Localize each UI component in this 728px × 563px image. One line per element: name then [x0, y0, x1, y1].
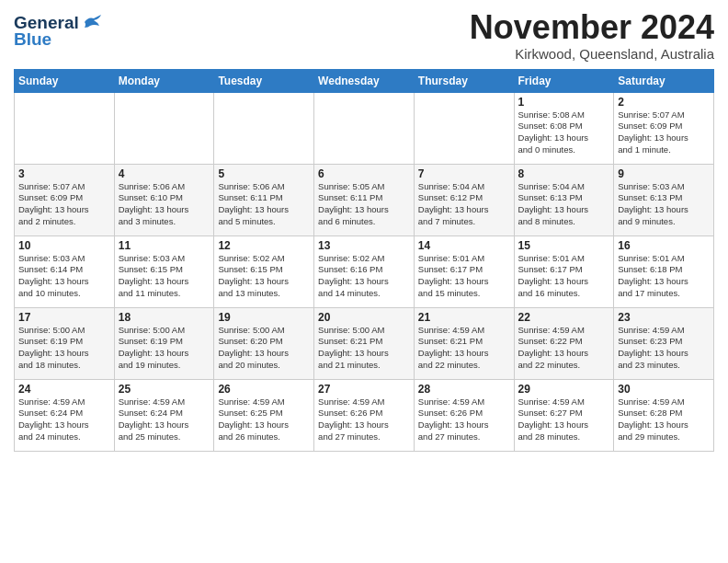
day-info: Sunrise: 4:59 AM Sunset: 6:21 PM Dayligh…	[418, 325, 510, 372]
calendar-week-5: 24Sunrise: 4:59 AM Sunset: 6:24 PM Dayli…	[15, 379, 714, 451]
weekday-header-wednesday: Wednesday	[314, 69, 415, 92]
day-number: 9	[618, 167, 710, 180]
calendar-cell: 12Sunrise: 5:02 AM Sunset: 6:15 PM Dayli…	[214, 236, 314, 307]
day-info: Sunrise: 5:06 AM Sunset: 6:11 PM Dayligh…	[218, 181, 310, 228]
day-number: 19	[218, 311, 310, 324]
weekday-header-sunday: Sunday	[15, 69, 115, 92]
calendar-cell: 13Sunrise: 5:02 AM Sunset: 6:16 PM Dayli…	[314, 236, 415, 307]
calendar-cell: 10Sunrise: 5:03 AM Sunset: 6:14 PM Dayli…	[15, 236, 115, 307]
day-info: Sunrise: 5:00 AM Sunset: 6:21 PM Dayligh…	[318, 325, 410, 372]
day-number: 18	[119, 311, 210, 324]
calendar-week-4: 17Sunrise: 5:00 AM Sunset: 6:19 PM Dayli…	[15, 307, 714, 379]
calendar-week-2: 3Sunrise: 5:07 AM Sunset: 6:09 PM Daylig…	[15, 164, 714, 236]
calendar-cell: 9Sunrise: 5:03 AM Sunset: 6:13 PM Daylig…	[614, 164, 714, 236]
day-info: Sunrise: 5:07 AM Sunset: 6:09 PM Dayligh…	[18, 181, 110, 228]
weekday-header-friday: Friday	[514, 69, 614, 92]
calendar-cell	[414, 92, 514, 164]
location: Kirkwood, Queensland, Australia	[470, 46, 714, 62]
calendar-cell: 2Sunrise: 5:07 AM Sunset: 6:09 PM Daylig…	[614, 92, 714, 164]
month-title: November 2024	[470, 9, 714, 46]
weekday-header-row: SundayMondayTuesdayWednesdayThursdayFrid…	[15, 69, 714, 92]
day-number: 4	[119, 167, 210, 180]
calendar-cell: 18Sunrise: 5:00 AM Sunset: 6:19 PM Dayli…	[114, 307, 214, 379]
calendar-cell: 6Sunrise: 5:05 AM Sunset: 6:11 PM Daylig…	[314, 164, 415, 236]
day-info: Sunrise: 4:59 AM Sunset: 6:25 PM Dayligh…	[218, 396, 310, 443]
day-info: Sunrise: 5:04 AM Sunset: 6:12 PM Dayligh…	[418, 181, 510, 228]
day-info: Sunrise: 4:59 AM Sunset: 6:26 PM Dayligh…	[418, 396, 510, 443]
calendar-cell: 23Sunrise: 4:59 AM Sunset: 6:23 PM Dayli…	[614, 307, 714, 379]
calendar-week-1: 1Sunrise: 5:08 AM Sunset: 6:08 PM Daylig…	[15, 92, 714, 164]
day-info: Sunrise: 5:06 AM Sunset: 6:10 PM Dayligh…	[119, 181, 210, 228]
day-number: 8	[518, 167, 610, 180]
calendar-cell: 4Sunrise: 5:06 AM Sunset: 6:10 PM Daylig…	[114, 164, 214, 236]
day-number: 17	[18, 311, 110, 324]
calendar-cell: 15Sunrise: 5:01 AM Sunset: 6:17 PM Dayli…	[514, 236, 614, 307]
header: General Blue November 2024 Kirkwood, Que…	[14, 9, 714, 62]
day-info: Sunrise: 4:59 AM Sunset: 6:22 PM Dayligh…	[518, 325, 610, 372]
weekday-header-saturday: Saturday	[614, 69, 714, 92]
day-number: 5	[218, 167, 310, 180]
calendar-cell	[15, 92, 115, 164]
day-number: 30	[618, 383, 710, 396]
day-info: Sunrise: 5:04 AM Sunset: 6:13 PM Dayligh…	[518, 181, 610, 228]
calendar-cell: 28Sunrise: 4:59 AM Sunset: 6:26 PM Dayli…	[414, 379, 514, 451]
day-number: 1	[518, 96, 610, 109]
day-info: Sunrise: 4:59 AM Sunset: 6:24 PM Dayligh…	[18, 396, 110, 443]
weekday-header-monday: Monday	[114, 69, 214, 92]
day-info: Sunrise: 4:59 AM Sunset: 6:24 PM Dayligh…	[119, 396, 210, 443]
day-info: Sunrise: 5:00 AM Sunset: 6:19 PM Dayligh…	[119, 325, 210, 372]
day-info: Sunrise: 5:08 AM Sunset: 6:08 PM Dayligh…	[518, 109, 610, 156]
day-number: 26	[218, 383, 310, 396]
calendar-cell: 8Sunrise: 5:04 AM Sunset: 6:13 PM Daylig…	[514, 164, 614, 236]
calendar-cell: 22Sunrise: 4:59 AM Sunset: 6:22 PM Dayli…	[514, 307, 614, 379]
calendar-cell: 5Sunrise: 5:06 AM Sunset: 6:11 PM Daylig…	[214, 164, 314, 236]
logo-bird-icon	[81, 15, 101, 29]
day-number: 3	[18, 167, 110, 180]
day-number: 13	[318, 239, 410, 252]
weekday-header-tuesday: Tuesday	[214, 69, 314, 92]
day-number: 23	[618, 311, 710, 324]
day-info: Sunrise: 5:02 AM Sunset: 6:16 PM Dayligh…	[318, 253, 410, 300]
day-number: 21	[418, 311, 510, 324]
day-info: Sunrise: 5:07 AM Sunset: 6:09 PM Dayligh…	[618, 109, 710, 156]
page-container: General Blue November 2024 Kirkwood, Que…	[0, 0, 728, 456]
day-number: 15	[518, 239, 610, 252]
title-section: November 2024 Kirkwood, Queensland, Aust…	[470, 9, 714, 62]
calendar-cell	[114, 92, 214, 164]
logo: General Blue	[14, 13, 101, 50]
day-number: 24	[18, 383, 110, 396]
day-number: 6	[318, 167, 410, 180]
calendar-cell: 16Sunrise: 5:01 AM Sunset: 6:18 PM Dayli…	[614, 236, 714, 307]
day-info: Sunrise: 5:03 AM Sunset: 6:14 PM Dayligh…	[18, 253, 110, 300]
day-info: Sunrise: 5:03 AM Sunset: 6:15 PM Dayligh…	[119, 253, 210, 300]
day-info: Sunrise: 5:00 AM Sunset: 6:20 PM Dayligh…	[218, 325, 310, 372]
calendar-cell: 21Sunrise: 4:59 AM Sunset: 6:21 PM Dayli…	[414, 307, 514, 379]
calendar-cell	[314, 92, 415, 164]
day-number: 20	[318, 311, 410, 324]
calendar-cell: 24Sunrise: 4:59 AM Sunset: 6:24 PM Dayli…	[15, 379, 115, 451]
day-info: Sunrise: 5:01 AM Sunset: 6:17 PM Dayligh…	[518, 253, 610, 300]
day-info: Sunrise: 5:02 AM Sunset: 6:15 PM Dayligh…	[218, 253, 310, 300]
day-number: 12	[218, 239, 310, 252]
day-info: Sunrise: 5:01 AM Sunset: 6:18 PM Dayligh…	[618, 253, 710, 300]
calendar-cell: 20Sunrise: 5:00 AM Sunset: 6:21 PM Dayli…	[314, 307, 415, 379]
day-info: Sunrise: 4:59 AM Sunset: 6:28 PM Dayligh…	[618, 396, 710, 443]
calendar-cell: 11Sunrise: 5:03 AM Sunset: 6:15 PM Dayli…	[114, 236, 214, 307]
day-number: 7	[418, 167, 510, 180]
day-info: Sunrise: 5:01 AM Sunset: 6:17 PM Dayligh…	[418, 253, 510, 300]
day-number: 25	[119, 383, 210, 396]
day-number: 27	[318, 383, 410, 396]
calendar-cell: 1Sunrise: 5:08 AM Sunset: 6:08 PM Daylig…	[514, 92, 614, 164]
calendar-cell: 25Sunrise: 4:59 AM Sunset: 6:24 PM Dayli…	[114, 379, 214, 451]
day-number: 10	[18, 239, 110, 252]
weekday-header-thursday: Thursday	[414, 69, 514, 92]
calendar-cell: 26Sunrise: 4:59 AM Sunset: 6:25 PM Dayli…	[214, 379, 314, 451]
calendar-cell: 3Sunrise: 5:07 AM Sunset: 6:09 PM Daylig…	[15, 164, 115, 236]
calendar-cell: 30Sunrise: 4:59 AM Sunset: 6:28 PM Dayli…	[614, 379, 714, 451]
day-number: 14	[418, 239, 510, 252]
calendar-cell	[214, 92, 314, 164]
calendar-cell: 29Sunrise: 4:59 AM Sunset: 6:27 PM Dayli…	[514, 379, 614, 451]
day-number: 28	[418, 383, 510, 396]
calendar-table: SundayMondayTuesdayWednesdayThursdayFrid…	[14, 69, 714, 452]
day-info: Sunrise: 5:05 AM Sunset: 6:11 PM Dayligh…	[318, 181, 410, 228]
